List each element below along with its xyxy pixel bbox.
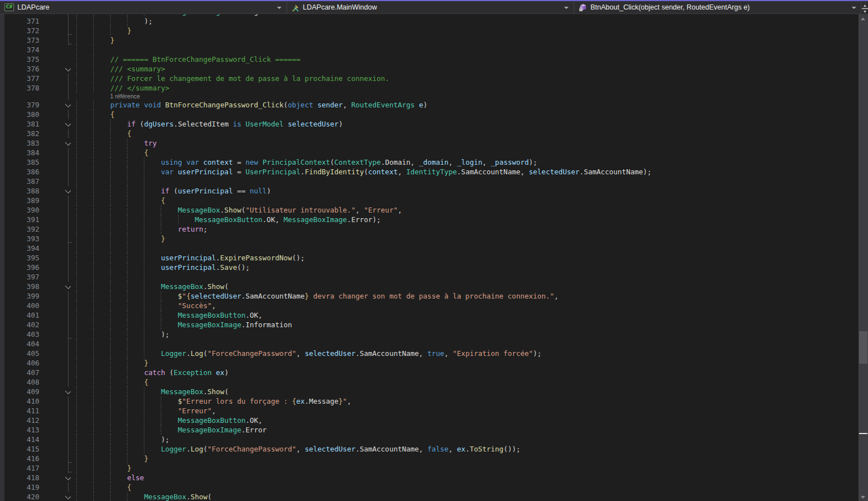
code-line[interactable]: 374 xyxy=(0,45,858,55)
code-line[interactable]: 398MessageBox.Show( xyxy=(0,282,858,291)
code-line[interactable]: 372} xyxy=(0,26,858,35)
fold-chevron-icon[interactable] xyxy=(65,389,71,394)
code-line[interactable]: 385using var context = new PrincipalCont… xyxy=(0,157,858,167)
code-line[interactable]: 393} xyxy=(0,234,858,243)
code-line[interactable]: 416} xyxy=(0,454,858,463)
code-line[interactable]: 375// ====== BtnForceChangePassword_Clic… xyxy=(0,55,858,64)
code-line[interactable]: 396userPrincipal.Save(); xyxy=(0,263,858,272)
code-line[interactable]: 381if (dgUsers.SelectedItem is UserModel… xyxy=(0,119,858,129)
code-line[interactable]: 387 xyxy=(0,177,858,186)
line-number: 405 xyxy=(0,349,39,358)
code-line[interactable]: 377/// Forcer le changement de mot de pa… xyxy=(0,74,858,83)
code-line[interactable]: 376/// <summary> xyxy=(0,64,858,74)
indent-guide xyxy=(93,26,110,35)
line-number: 372 xyxy=(0,26,39,35)
indent-guide xyxy=(144,320,161,330)
indent-guide xyxy=(93,416,110,425)
code-line[interactable]: 418else xyxy=(0,473,858,482)
indent-guide xyxy=(127,215,144,224)
scroll-up-icon[interactable] xyxy=(861,17,865,20)
indent-guide xyxy=(127,138,144,148)
line-number: 415 xyxy=(0,444,39,454)
code-line[interactable]: 412MessageBoxButton.OK, xyxy=(0,416,858,425)
indent-guide xyxy=(93,177,110,186)
fold-chevron-icon[interactable] xyxy=(65,140,71,146)
code-line[interactable]: 383try xyxy=(0,138,858,148)
code-line[interactable]: 404 xyxy=(0,339,858,349)
indent-guide xyxy=(127,444,144,454)
code-line[interactable]: 392return; xyxy=(0,224,858,234)
outline-scope-end xyxy=(68,472,72,472)
indent-guide xyxy=(127,310,144,320)
code-line[interactable]: 409MessageBox.Show( xyxy=(0,387,858,396)
indent-guide xyxy=(93,406,110,416)
code-line[interactable]: 414); xyxy=(0,435,858,444)
code-line[interactable]: 397 xyxy=(0,272,858,282)
code-line[interactable]: 379private void BtnForceChangePassword_C… xyxy=(0,100,858,110)
code-line[interactable]: 417} xyxy=(0,463,858,473)
code-line[interactable]: 384{ xyxy=(0,148,858,157)
code-line[interactable]: 399$"{selectedUser.SamAccountName} devra… xyxy=(0,291,858,301)
code-line[interactable]: 405Logger.Log("ForceChangePassword", sel… xyxy=(0,349,858,358)
indent-guide xyxy=(76,358,93,368)
csharp-project-icon: C# xyxy=(4,3,14,11)
code-line[interactable]: 402MessageBoxImage.Information xyxy=(0,320,858,330)
code-line[interactable]: 403); xyxy=(0,330,858,339)
code-line[interactable]: 391MessageBoxButton.OK, MessageBoxImage.… xyxy=(0,215,858,224)
code-line[interactable]: 415Logger.Log("ForceChangePassword", sel… xyxy=(0,444,858,454)
indent-guide xyxy=(93,387,110,396)
code-line[interactable]: 413MessageBoxImage.Error xyxy=(0,425,858,435)
fold-chevron-icon[interactable] xyxy=(65,475,71,480)
indent-guide xyxy=(144,349,161,358)
split-editor-handle[interactable] xyxy=(861,2,868,15)
type-dropdown[interactable]: LDAPcare.MainWindow xyxy=(287,1,574,13)
code-line[interactable]: 380{ xyxy=(0,110,858,119)
code-line[interactable]: 400"Succès", xyxy=(0,301,858,310)
code-line[interactable]: 410$"Erreur lors du forçage : {ex.Messag… xyxy=(0,396,858,406)
line-number: 407 xyxy=(0,368,39,377)
indent-guide xyxy=(76,157,93,167)
code-text: } xyxy=(76,35,115,45)
fold-chevron-icon[interactable] xyxy=(65,283,71,289)
indent-guide xyxy=(127,157,144,167)
code-line[interactable]: 420MessageBox.Show( xyxy=(0,492,858,501)
fold-chevron-icon[interactable] xyxy=(65,102,71,107)
fold-chevron-icon[interactable] xyxy=(65,66,71,71)
code-line[interactable]: 388if (userPrincipal == null) xyxy=(0,186,858,196)
code-line[interactable]: 395userPrincipal.ExpirePasswordNow(); xyxy=(0,253,858,263)
codelens-references-link[interactable]: 1 référence xyxy=(110,93,140,100)
code-line[interactable]: 389{ xyxy=(0,196,858,205)
code-line[interactable]: 390MessageBox.Show("Utilisateur introuva… xyxy=(0,205,858,215)
indent-guide xyxy=(76,177,93,186)
indent-guide xyxy=(76,416,93,425)
fold-chevron-icon[interactable] xyxy=(65,121,71,127)
fold-chevron-icon[interactable] xyxy=(65,188,71,193)
scroll-down-icon[interactable] xyxy=(861,496,865,499)
code-line[interactable]: 371); xyxy=(0,16,858,26)
indent-guide xyxy=(76,100,93,110)
code-line[interactable]: 401MessageBoxButton.OK, xyxy=(0,310,858,320)
member-dropdown[interactable]: BtnAbout_Click(object sender, RoutedEven… xyxy=(574,1,861,13)
fold-chevron-icon[interactable] xyxy=(65,494,71,499)
line-number: 388 xyxy=(0,186,39,196)
code-text: private void BtnForceChangePassword_Clic… xyxy=(76,100,428,110)
code-line[interactable]: 411"Erreur", xyxy=(0,406,858,416)
code-line[interactable]: 382{ xyxy=(0,129,858,138)
indent-guide xyxy=(76,243,93,253)
indent-guide xyxy=(76,205,93,215)
indent-guide xyxy=(93,119,110,129)
code-line[interactable]: 373} xyxy=(0,35,858,45)
code-line[interactable]: 407catch (Exception ex) xyxy=(0,368,858,377)
code-line[interactable]: 408{ xyxy=(0,377,858,387)
indent-guide xyxy=(144,330,161,339)
code-line[interactable]: 394 xyxy=(0,243,858,253)
vertical-scrollbar[interactable] xyxy=(858,14,868,501)
code-line[interactable]: 386var userPrincipal = UserPrincipal.Fin… xyxy=(0,167,858,177)
code-line[interactable]: 419{ xyxy=(0,482,858,492)
code-line[interactable]: 406} xyxy=(0,358,858,368)
indent-guide xyxy=(144,339,161,349)
project-dropdown[interactable]: C# LDAPcare xyxy=(0,1,287,13)
outline-scope-line xyxy=(68,358,69,368)
code-line[interactable]: 378/// </summary> xyxy=(0,83,858,93)
scrollbar-thumb[interactable] xyxy=(859,331,867,364)
